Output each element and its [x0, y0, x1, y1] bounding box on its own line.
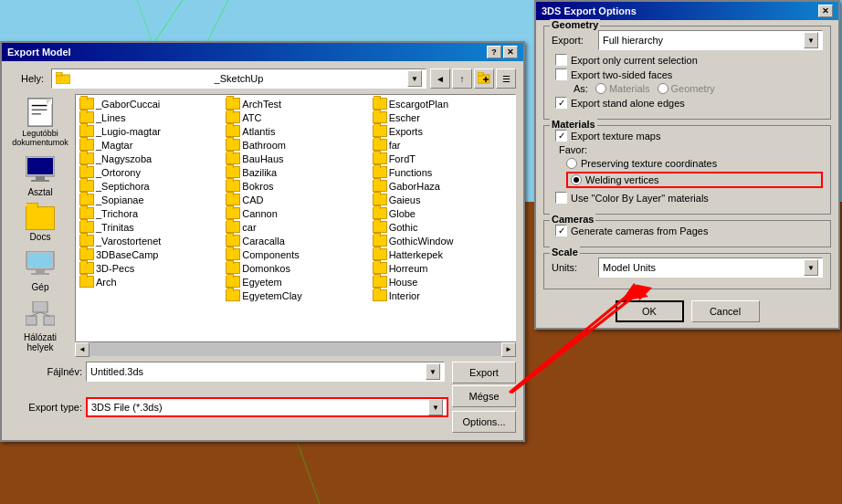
radio-geometry[interactable] [658, 83, 668, 94]
sidebar-item-desktop[interactable]: Asztal [11, 152, 69, 201]
list-item[interactable]: Bathroom [224, 138, 366, 152]
list-item[interactable]: Horreum [371, 261, 513, 275]
list-item[interactable]: Hatterkepek [371, 247, 513, 261]
options-close-button[interactable]: ✕ [818, 5, 833, 17]
units-combo[interactable]: Model Units ▼ [598, 257, 823, 278]
export-button[interactable]: Export [452, 362, 516, 383]
radio-welding[interactable] [571, 174, 582, 185]
cb-color-by-layer[interactable] [555, 192, 567, 204]
list-item[interactable]: _Trichora [78, 206, 220, 220]
list-item[interactable]: Functions [371, 165, 513, 179]
megse-button[interactable]: Mégse [452, 385, 516, 407]
hely-dropdown-arrow[interactable]: ▼ [407, 70, 422, 87]
export-type-dropdown[interactable]: ▼ [428, 399, 443, 415]
units-combo-arrow[interactable]: ▼ [804, 259, 818, 276]
list-item[interactable]: _Magtar [78, 138, 220, 152]
list-item[interactable]: 3DBaseCamp [78, 247, 220, 261]
filename-field-row: Fájlnév: Untitled.3ds ▼ [9, 362, 445, 382]
materials-label: Materials [550, 119, 597, 130]
list-item[interactable]: Gaieus [371, 193, 513, 206]
list-item[interactable]: Cannon [224, 206, 366, 220]
list-item[interactable]: GaborHaza [371, 179, 513, 193]
cb-only-current[interactable] [555, 54, 567, 66]
radio-materials[interactable] [595, 83, 606, 94]
list-item[interactable]: _Ortorony [78, 165, 220, 179]
scroll-right-button[interactable]: ► [501, 342, 516, 357]
list-item[interactable]: Caracalla [224, 234, 366, 247]
favor-options: Preserving texture coordinates Welding v… [552, 158, 823, 188]
new-folder-button[interactable] [474, 68, 494, 89]
list-item[interactable]: _Nagyszoba [78, 152, 220, 165]
svg-rect-6 [478, 72, 483, 76]
export-combo[interactable]: Full hierarchy ▼ [598, 30, 823, 50]
cb-cameras[interactable] [555, 225, 567, 236]
list-item[interactable]: 3D-Pecs [78, 261, 220, 275]
export-type-input[interactable]: 3DS File (*.3ds) ▼ [86, 397, 448, 417]
sidebar-item-computer[interactable]: Gép [11, 247, 69, 296]
sidebar-item-docs[interactable]: Docs [11, 203, 69, 246]
bathroom-item: Bathroom [242, 140, 286, 151]
cb-texture-maps[interactable] [555, 130, 567, 142]
sidebar-item-recent[interactable]: Legutóbbi dokumentumok [11, 94, 69, 151]
back-button[interactable]: ◄ [430, 68, 450, 89]
list-item[interactable]: Bazilika [224, 165, 366, 179]
list-item[interactable]: _GaborCuccai [78, 97, 220, 110]
list-item[interactable]: Bokros [224, 179, 366, 193]
svg-rect-21 [33, 301, 47, 312]
ok-button[interactable]: OK [616, 300, 684, 322]
list-item[interactable]: _Septichora [78, 179, 220, 193]
network-label: Hálózati helyek [15, 332, 66, 352]
list-item[interactable]: EscargotPlan [371, 97, 513, 110]
export-type-label: Export type: [9, 402, 82, 413]
list-item[interactable]: Gothic [371, 220, 513, 234]
hely-combo[interactable]: _SketchUp ▼ [51, 68, 426, 89]
list-item[interactable]: _Lines [78, 110, 220, 124]
list-item[interactable]: Egyetem [224, 275, 366, 289]
list-item[interactable]: _Varostortenet [78, 234, 220, 247]
help-button[interactable]: ? [487, 46, 501, 58]
cb-two-sided[interactable] [555, 68, 567, 80]
options-button[interactable]: Options... [452, 411, 516, 433]
list-item[interactable]: car [224, 220, 366, 234]
close-button[interactable]: ✕ [503, 46, 518, 58]
list-item[interactable]: CAD [224, 193, 366, 206]
list-item[interactable]: Interior [371, 289, 513, 302]
cad-item: CAD [242, 194, 263, 205]
list-item[interactable]: ATC [224, 110, 366, 124]
list-item[interactable]: ArchTest [224, 97, 366, 110]
geometry-section: Geometry Export: Full hierarchy ▼ Export… [543, 26, 831, 120]
file-area: Legutóbbi dokumentumok Asztal Docs [9, 94, 516, 356]
cb-stand-alone[interactable] [555, 97, 567, 109]
cb-only-current-label: Export only current selection [571, 55, 698, 66]
list-item[interactable]: Exports [371, 124, 513, 138]
list-item[interactable]: _Trinitas [78, 220, 220, 234]
up-button[interactable]: ↑ [452, 68, 472, 89]
list-item[interactable]: EgyetemClay [224, 289, 366, 302]
list-item[interactable]: House [371, 275, 513, 289]
list-item[interactable]: Globe [371, 206, 513, 220]
list-item[interactable]: BauHaus [224, 152, 366, 165]
list-item[interactable]: Components [224, 247, 366, 261]
list-item[interactable]: far [371, 138, 513, 152]
export-combo-row: Export: Full hierarchy ▼ [552, 30, 823, 50]
export-combo-arrow[interactable]: ▼ [804, 32, 818, 48]
filename-input[interactable]: Untitled.3ds ▼ [86, 362, 445, 382]
scroll-left-button[interactable]: ◄ [75, 342, 89, 357]
docs-icon [26, 206, 55, 230]
list-item[interactable]: Arch [78, 275, 220, 289]
filename-dropdown[interactable]: ▼ [426, 363, 440, 380]
list-item[interactable]: _Sopianae [78, 193, 220, 206]
list-item[interactable]: GothicWindow [371, 234, 513, 247]
list-item[interactable]: Atlantis [224, 124, 366, 138]
gothic-item: Gothic [389, 222, 418, 233]
sidebar-item-network[interactable]: Hálózati helyek [11, 298, 69, 356]
list-item[interactable]: Domonkos [224, 261, 366, 275]
list-item[interactable]: _Lugio-magtar [78, 124, 220, 138]
horizontal-scrollbar[interactable]: ◄ ► [75, 341, 516, 356]
list-item[interactable]: FordT [371, 152, 513, 165]
radio-preserving[interactable] [566, 158, 577, 169]
list-item[interactable]: Escher [371, 110, 513, 124]
scroll-track[interactable] [89, 342, 501, 356]
view-button[interactable]: ☰ [496, 68, 516, 89]
cancel-button[interactable]: Cancel [691, 300, 760, 322]
